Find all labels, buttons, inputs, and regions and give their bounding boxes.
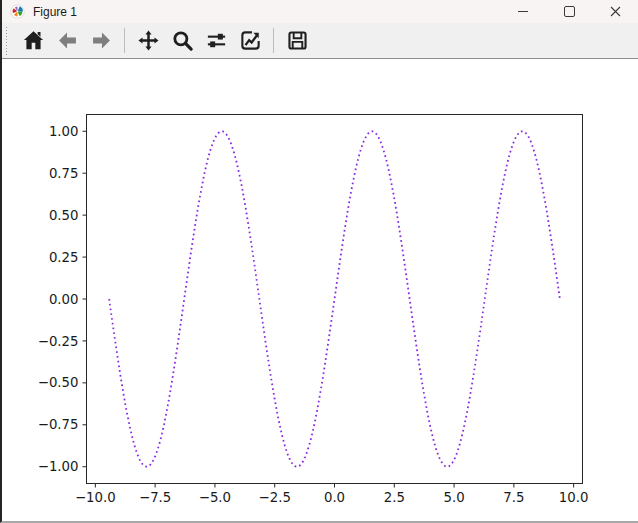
y-tick-label: 0.00 [49,292,79,307]
edit-parameters-icon [239,29,262,52]
toolbar-separator [124,28,125,53]
x-tick-label: 0.0 [324,490,345,505]
navigation-toolbar [2,23,638,59]
zoom-to-rect-button[interactable] [167,26,197,56]
y-tick-label: 0.25 [49,250,79,265]
axes-spines [87,115,583,484]
forward-button[interactable] [86,26,116,56]
y-tick-label: 0.50 [49,208,79,223]
window-controls [500,0,638,23]
close-button[interactable] [592,0,638,23]
zoom-to-rect-icon [171,29,194,52]
y-tick-label: 0.75 [49,166,79,181]
pan-icon [137,29,160,52]
back-button[interactable] [52,26,82,56]
pan-button[interactable] [133,26,163,56]
y-tick-label: −0.50 [38,375,79,390]
matplotlib-logo-icon [10,4,25,19]
y-tick-label: −1.00 [38,459,79,474]
forward-icon [90,29,113,52]
toolbar-grip-handle[interactable] [5,27,8,55]
configure-subplots-icon [205,29,228,52]
titlebar[interactable]: Figure 1 [2,0,638,23]
save-icon [286,29,309,52]
sine-curve [109,131,560,466]
close-icon [610,6,621,17]
x-tick-label: −5.0 [199,490,231,505]
y-tick-label: −0.25 [38,334,79,349]
back-icon [56,29,79,52]
y-tick-label: −0.75 [38,417,79,432]
home-button[interactable] [18,26,48,56]
figure-canvas[interactable]: −10.0−7.5−5.0−2.50.02.55.07.510.0−1.00−0… [2,59,638,521]
y-tick-label: 1.00 [49,124,79,139]
x-tick-label: 5.0 [443,490,464,505]
x-tick-label: 7.5 [503,490,524,505]
minimize-icon [518,11,528,12]
toolbar-separator [273,28,274,53]
window-title: Figure 1 [33,5,77,19]
x-tick-label: 10.0 [559,490,589,505]
home-icon [22,29,45,52]
x-tick-label: −2.5 [259,490,291,505]
figure-window: Figure 1 [0,0,638,523]
save-button[interactable] [282,26,312,56]
minimize-button[interactable] [500,0,546,23]
x-tick-label: −10.0 [75,490,116,505]
figure-canvas-svg[interactable]: −10.0−7.5−5.0−2.50.02.55.07.510.0−1.00−0… [2,59,638,521]
edit-parameters-button[interactable] [235,26,265,56]
x-tick-label: 2.5 [384,490,405,505]
configure-subplots-button[interactable] [201,26,231,56]
x-tick-label: −7.5 [139,490,171,505]
maximize-button[interactable] [546,0,592,23]
maximize-icon [564,6,575,17]
